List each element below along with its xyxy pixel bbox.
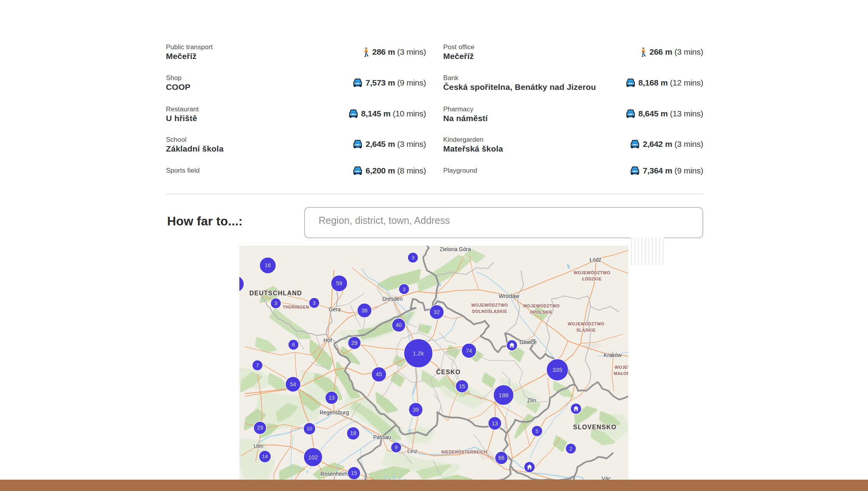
svg-text:45: 45: [376, 371, 382, 377]
svg-text:NIEDERÖSTERREICH: NIEDERÖSTERREICH: [441, 450, 487, 454]
svg-text:ČESKO: ČESKO: [436, 368, 461, 375]
svg-text:WOJEWÓDZ: WOJEWÓDZ: [615, 365, 628, 370]
svg-text:10: 10: [307, 426, 312, 432]
svg-text:66: 66: [498, 455, 504, 461]
svg-text:40: 40: [396, 322, 402, 328]
svg-text:29: 29: [257, 425, 263, 431]
svg-text:MAŁOPOLSK: MAŁOPOLSK: [614, 371, 628, 376]
svg-text:THÜRINGEN: THÜRINGEN: [283, 305, 309, 309]
svg-text:Zielona Góra: Zielona Góra: [440, 246, 471, 252]
svg-text:59: 59: [336, 280, 342, 286]
svg-text:Linz: Linz: [407, 448, 417, 454]
svg-text:SLOVENSKO: SLOVENSKO: [573, 424, 617, 430]
svg-text:6: 6: [292, 342, 295, 348]
svg-text:13: 13: [329, 395, 335, 401]
svg-text:OPOLSKIE: OPOLSKIE: [530, 310, 553, 314]
svg-text:1.2k: 1.2k: [413, 350, 424, 357]
svg-text:9: 9: [395, 445, 397, 450]
svg-text:188: 188: [499, 392, 508, 398]
svg-text:7: 7: [256, 362, 259, 368]
svg-text:74: 74: [466, 348, 472, 354]
svg-text:15: 15: [459, 383, 465, 389]
svg-text:WOJEWÓDZTWO: WOJEWÓDZTWO: [568, 321, 604, 326]
svg-text:36: 36: [362, 307, 368, 314]
svg-text:Rosenheim: Rosenheim: [321, 471, 348, 477]
svg-text:3: 3: [412, 255, 414, 261]
svg-text:102: 102: [308, 454, 318, 461]
svg-text:Passau: Passau: [373, 434, 391, 440]
svg-text:5: 5: [536, 428, 538, 434]
svg-text:18: 18: [350, 430, 356, 436]
svg-text:DEUTSCHLAND: DEUTSCHLAND: [250, 290, 302, 296]
svg-text:DOLNOŚLĄSKIE: DOLNOŚLĄSKIE: [472, 309, 507, 314]
svg-text:32: 32: [434, 309, 440, 315]
svg-text:Zlín: Zlín: [527, 398, 536, 404]
svg-text:14: 14: [262, 454, 267, 459]
svg-text:29: 29: [351, 340, 358, 346]
svg-text:Ulm: Ulm: [254, 443, 264, 449]
svg-text:Łódź: Łódź: [590, 257, 601, 263]
svg-text:16: 16: [265, 262, 271, 268]
svg-text:Wrocław: Wrocław: [499, 293, 519, 299]
svg-text:3: 3: [403, 286, 405, 292]
svg-text:Kraków: Kraków: [604, 352, 622, 358]
svg-text:3: 3: [313, 300, 315, 306]
svg-text:Hof: Hof: [323, 337, 332, 343]
svg-text:3: 3: [274, 300, 277, 306]
svg-text:ŚLĄSKIE: ŚLĄSKIE: [576, 328, 595, 332]
svg-text:WOJEWÓDZTWO: WOJEWÓDZTWO: [523, 304, 560, 308]
svg-text:Gera: Gera: [329, 307, 341, 312]
svg-text:13: 13: [492, 420, 498, 427]
svg-text:WOJEWÓDZTWO: WOJEWÓDZTWO: [471, 303, 508, 307]
svg-text:Dresden: Dresden: [382, 296, 403, 302]
svg-text:2: 2: [569, 446, 572, 452]
svg-text:39: 39: [413, 407, 419, 413]
svg-text:15: 15: [351, 470, 357, 476]
svg-text:WOJEWÓDZTWO: WOJEWÓDZTWO: [574, 270, 610, 275]
svg-text:ŁÓDZKIE: ŁÓDZKIE: [582, 277, 602, 281]
svg-text:54: 54: [290, 381, 296, 387]
svg-text:335: 335: [553, 366, 562, 373]
svg-text:Gliwice: Gliwice: [519, 339, 537, 345]
svg-text:Regensburg: Regensburg: [319, 410, 349, 416]
